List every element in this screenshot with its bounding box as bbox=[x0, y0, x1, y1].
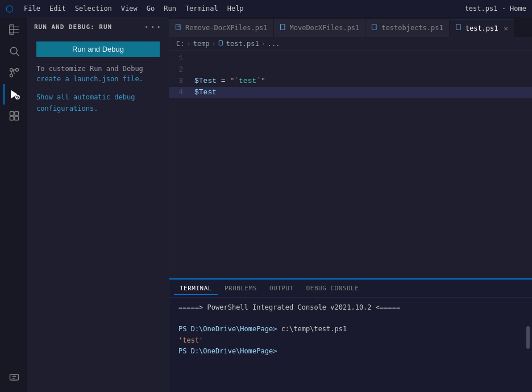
configurations-text: configurations. bbox=[36, 105, 98, 112]
menu-go[interactable]: Go bbox=[143, 3, 158, 14]
menu-help[interactable]: Help bbox=[224, 3, 247, 14]
svg-rect-16 bbox=[280, 24, 285, 30]
create-launch-json-link[interactable]: create a launch.json file. bbox=[36, 75, 143, 83]
show-all-text: Show all automatic debug bbox=[36, 93, 135, 101]
panel-tab-problems[interactable]: PROBLEMS bbox=[219, 282, 263, 294]
activity-run-debug[interactable] bbox=[3, 84, 24, 105]
activity-search[interactable] bbox=[3, 41, 24, 61]
vscode-logo: ⬡ bbox=[6, 3, 14, 14]
code-backtick-1: ` bbox=[234, 77, 239, 85]
tab-remove-docxfiles[interactable]: Remove-DocXFiles.ps1 bbox=[169, 19, 274, 37]
terminal-line-3: PS D:\OneDrive\HomePage> c:\temp\test.ps… bbox=[178, 324, 523, 335]
code-line-3: 3 $Test = "`test`" bbox=[169, 76, 532, 87]
menu-view[interactable]: View bbox=[118, 3, 141, 14]
svg-point-1 bbox=[10, 47, 17, 54]
tab-movedocxfiles[interactable]: MoveDocXFiles.ps1 bbox=[274, 19, 366, 37]
terminal-content[interactable]: =====> PowerShell Integrated Console v20… bbox=[169, 298, 532, 392]
panel-tab-terminal[interactable]: TERMINAL bbox=[174, 282, 218, 295]
tab-icon-testobjects bbox=[371, 24, 378, 32]
tabs-bar: Remove-DocXFiles.ps1 MoveDocXFiles.ps1 t… bbox=[169, 17, 532, 37]
code-editor[interactable]: 1 2 3 $Test = "`test`" bbox=[169, 51, 532, 278]
main-layout: RUN AND DEBUG: RUN ··· Run and Debug To … bbox=[0, 17, 532, 392]
menu-terminal[interactable]: Terminal bbox=[182, 3, 222, 14]
run-debug-button[interactable]: Run and Debug bbox=[36, 41, 160, 57]
menu-edit[interactable]: Edit bbox=[46, 3, 69, 14]
terminal-line-1: =====> PowerShell Integrated Console v20… bbox=[178, 302, 523, 313]
svg-marker-6 bbox=[11, 90, 18, 99]
panel-tab-debug-console[interactable]: DEBUG CONSOLE bbox=[301, 282, 365, 294]
sidebar-content: Run and Debug To customize Run and Debug… bbox=[27, 37, 169, 392]
title-bar: ⬡ File Edit Selection View Go Run Termin… bbox=[0, 0, 532, 17]
tab-label-test: test.ps1 bbox=[466, 24, 498, 32]
breadcrumb-sep-2: › bbox=[212, 40, 216, 48]
sidebar-header: RUN AND DEBUG: RUN ··· bbox=[27, 17, 169, 37]
menu-run[interactable]: Run bbox=[160, 3, 180, 14]
line-num-1: 1 bbox=[169, 53, 192, 64]
sidebar: RUN AND DEBUG: RUN ··· Run and Debug To … bbox=[27, 17, 169, 392]
svg-rect-18 bbox=[456, 24, 460, 30]
code-str-inner: test bbox=[239, 77, 256, 85]
svg-line-2 bbox=[16, 53, 19, 56]
menu-selection[interactable]: Selection bbox=[72, 3, 115, 14]
tab-icon-remove bbox=[175, 24, 182, 32]
menu-file[interactable]: File bbox=[20, 3, 44, 14]
svg-rect-13 bbox=[10, 374, 19, 380]
activity-extensions[interactable] bbox=[3, 106, 24, 126]
svg-point-4 bbox=[16, 69, 19, 72]
tab-test[interactable]: test.ps1 ✕ bbox=[450, 19, 514, 37]
svg-rect-17 bbox=[372, 24, 377, 30]
sidebar-more-button[interactable]: ··· bbox=[144, 22, 162, 32]
tab-testobjects[interactable]: testobjects.ps1 bbox=[365, 19, 449, 37]
code-var-test: $Test bbox=[194, 77, 217, 85]
svg-point-3 bbox=[10, 69, 13, 72]
terminal-scrollbar[interactable] bbox=[526, 326, 530, 349]
breadcrumb-ellipsis[interactable]: ... bbox=[268, 40, 280, 48]
show-all-configurations-link[interactable]: Show all automatic debug configurations. bbox=[36, 91, 160, 114]
code-var-test-2: $Test bbox=[194, 88, 217, 97]
tab-icon-test bbox=[455, 24, 462, 32]
code-line-4: 4 $Test bbox=[169, 87, 532, 98]
svg-line-8 bbox=[16, 96, 18, 98]
svg-rect-11 bbox=[10, 116, 14, 120]
tab-close-test[interactable]: ✕ bbox=[504, 24, 508, 32]
breadcrumb-file-icon bbox=[218, 40, 224, 47]
terminal-line-5: PS D:\OneDrive\HomePage> bbox=[178, 346, 523, 357]
panel: TERMINAL PROBLEMS OUTPUT DEBUG CONSOLE =… bbox=[169, 278, 532, 392]
svg-rect-15 bbox=[177, 26, 180, 26]
code-backtick-2: ` bbox=[256, 77, 261, 85]
breadcrumb: C: › temp › test.ps1 › ... bbox=[169, 37, 532, 51]
panel-tab-output[interactable]: OUTPUT bbox=[264, 282, 300, 294]
menu-bar: File Edit Selection View Go Run Terminal… bbox=[20, 3, 247, 14]
line-num-2: 2 bbox=[169, 64, 192, 76]
line-num-4: 4 bbox=[169, 87, 192, 98]
code-op-eq: = bbox=[221, 77, 230, 85]
tab-label-remove: Remove-DocXFiles.ps1 bbox=[185, 24, 268, 32]
terminal-line-4: 'test' bbox=[178, 335, 523, 346]
svg-rect-14 bbox=[176, 24, 181, 30]
breadcrumb-c[interactable]: C: bbox=[176, 40, 184, 48]
sidebar-title: RUN AND DEBUG: RUN bbox=[34, 23, 112, 31]
line-num-3: 3 bbox=[169, 76, 192, 87]
terminal-prompt-2: PS D:\OneDrive\HomePage> bbox=[178, 347, 277, 355]
activity-source-control[interactable] bbox=[3, 62, 24, 83]
tab-icon-move bbox=[280, 24, 286, 32]
terminal-output-1: 'test' bbox=[178, 336, 203, 344]
line-content-3: $Test = "`test`" bbox=[192, 76, 265, 87]
svg-rect-9 bbox=[10, 112, 14, 116]
svg-rect-12 bbox=[15, 116, 19, 120]
activity-remote[interactable] bbox=[3, 367, 24, 387]
code-str-close: " bbox=[261, 77, 265, 85]
sidebar-description: To customize Run and Debug create a laun… bbox=[36, 64, 160, 84]
breadcrumb-temp[interactable]: temp bbox=[193, 40, 210, 48]
sidebar-description-text: To customize Run and Debug bbox=[36, 65, 143, 73]
terminal-cmd-1: c:\temp\test.ps1 bbox=[281, 325, 347, 333]
breadcrumb-sep-1: › bbox=[186, 40, 190, 48]
terminal-line-2 bbox=[178, 313, 523, 324]
activity-explorer[interactable] bbox=[3, 19, 24, 40]
breadcrumb-file[interactable]: test.ps1 bbox=[226, 40, 259, 48]
line-content-4: $Test bbox=[192, 87, 217, 98]
tab-label-testobjects: testobjects.ps1 bbox=[381, 24, 443, 32]
panel-tabs: TERMINAL PROBLEMS OUTPUT DEBUG CONSOLE bbox=[169, 280, 532, 298]
terminal-prompt-1: PS D:\OneDrive\HomePage> bbox=[178, 325, 277, 333]
code-lines: 1 2 3 $Test = "`test`" bbox=[169, 51, 532, 278]
